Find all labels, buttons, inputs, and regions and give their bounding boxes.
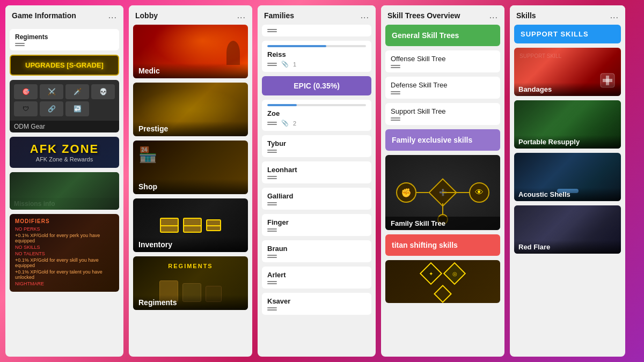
zoe-meta: 📎 2	[267, 120, 366, 127]
red-flare-card[interactable]: Red Flare	[514, 205, 621, 254]
titan-tree-card[interactable]: ✦ ◎	[385, 260, 500, 303]
lobby-prestige-card[interactable]: Prestige	[133, 83, 248, 136]
family-reiss-card[interactable]: Reiss 📎 1	[262, 41, 371, 72]
reiss-count: 1	[293, 61, 296, 68]
families-title: Families	[264, 11, 294, 20]
skill-trees-menu[interactable]: ...	[489, 11, 498, 20]
family-zoe-card[interactable]: Zoe 📎 2	[262, 100, 371, 131]
tybur-name: Tybur	[267, 139, 366, 147]
mod-no-skills: NO SKILLS	[15, 245, 114, 250]
braun-name: Braun	[267, 245, 366, 253]
family-tybur-card[interactable]: Tybur	[262, 135, 371, 157]
lobby-shop-card[interactable]: 🏪 Shop	[133, 141, 248, 194]
family-galliard-card[interactable]: Galliard	[262, 188, 371, 210]
ksaver-name: Ksaver	[267, 297, 366, 305]
family-braun-card[interactable]: Braun	[262, 240, 371, 262]
zoe-progress	[267, 104, 297, 106]
lobby-regiments-card[interactable]: REGIMENTS Regiments	[133, 256, 248, 310]
lobby-medic-card[interactable]: Medic	[133, 25, 248, 78]
skill-trees-header: Skill Trees Overview ...	[381, 5, 504, 25]
support-skill-tree-card[interactable]: Support Skill Tree	[385, 103, 500, 125]
odm-icon-speedometer: 🎯	[14, 84, 38, 99]
odm-icons-row1: 🎯 ⚔️ 🗡️ 💀	[14, 84, 115, 99]
defense-skill-tree-card[interactable]: Defense Skill Tree	[385, 77, 500, 99]
lobby-menu[interactable]: ...	[237, 11, 246, 20]
missions-card[interactable]: Missions info	[10, 172, 119, 210]
reiss-meta: 📎 1	[267, 61, 366, 68]
offense-skill-tree-card[interactable]: Offense Skill Tree	[385, 50, 500, 72]
bandages-label: Bandages	[514, 83, 621, 96]
odm-card[interactable]: 🎯 ⚔️ 🗡️ 💀 🛡 🔗 ↩️ ODM Gear	[10, 80, 119, 132]
general-skill-trees-card[interactable]: General Skill Trees	[385, 25, 500, 46]
inventory-label: Inventory	[133, 237, 248, 252]
game-info-content: 🛡 ✓ ✓ ✓ ✓ ✓ ✓ Battle P	[5, 25, 123, 357]
family-finger-card[interactable]: Finger	[262, 214, 371, 236]
families-header: Families ...	[258, 5, 376, 25]
lobby-column: Lobby ... Medic Prestige 🏪 Shop	[129, 5, 252, 357]
defense-lines	[391, 91, 495, 94]
support-skills-card[interactable]: SUPPORT SKILLS	[514, 25, 621, 43]
leonhart-lines	[267, 176, 366, 179]
odm-icon-skull: 💀	[91, 84, 115, 99]
family-ksaver-card[interactable]: Ksaver	[262, 293, 371, 315]
titan-shifting-label: titan shifting skills	[392, 241, 494, 249]
family-arlert-card[interactable]: Arlert	[262, 267, 371, 289]
lobby-inventory-card[interactable]: Inventory	[133, 198, 248, 252]
zoe-clip-icon: 📎	[281, 120, 289, 127]
shop-label: Shop	[133, 179, 248, 194]
afk-subtitle: AFK Zone & Rewards	[15, 156, 114, 162]
finger-lines	[267, 228, 366, 232]
titan-top-nodes: ✦ ◎	[421, 265, 465, 282]
portable-resupply-card[interactable]: Portable Resupply	[514, 100, 621, 149]
odm-icon-sword: 🗡️	[65, 84, 89, 99]
mod-xp-perk: +0.1% XP/Gold for every perk you have eq…	[15, 233, 114, 243]
afk-card[interactable]: AFK ZONE AFK Zone & Rewards	[10, 137, 119, 168]
epic-card[interactable]: EPIC (0.35%)	[262, 76, 371, 95]
odm-icon-shield: 🛡	[14, 101, 38, 116]
zoe-count: 2	[293, 120, 296, 127]
mod-xp-talent: +0.1% XP/Gold for every talent you have …	[15, 269, 114, 280]
red-flare-label: Red Flare	[514, 240, 621, 254]
grades-card[interactable]: UPGRADES [S-GRADE]	[10, 55, 119, 76]
offense-lines	[391, 65, 495, 68]
defense-skill-tree-name: Defense Skill Tree	[391, 81, 495, 89]
modifiers-title: MODIFIERS	[15, 218, 114, 224]
support-lines	[391, 117, 495, 121]
odm-icons-row2: 🛡 🔗 ↩️	[14, 101, 115, 116]
families-menu[interactable]: ...	[361, 11, 369, 20]
game-info-menu[interactable]: ...	[108, 11, 117, 20]
skill-trees-title: Skill Trees Overview	[387, 11, 460, 20]
mod-no-perks: NO PERKS	[15, 226, 114, 232]
fst-connector-right	[442, 192, 469, 193]
fst-node-right: 👁	[469, 182, 489, 203]
arlert-lines	[267, 281, 366, 284]
regiments-small-card[interactable]: Regiments	[10, 29, 119, 50]
portable-resupply-label: Portable Resupply	[514, 135, 621, 149]
general-skill-trees-label: General Skill Trees	[392, 31, 494, 40]
family-leonhart-card[interactable]: Leonhart	[262, 161, 371, 183]
odm-icon-empty	[91, 101, 115, 116]
support-skills-label: SUPPORT SKILLS	[521, 30, 614, 38]
afk-title: AFK ZONE	[15, 142, 114, 156]
leonhart-name: Leonhart	[267, 166, 366, 174]
reiss-clip-icon: 📎	[281, 61, 289, 68]
mod-xp-skill: +0.1% XP/Gold for every skill you have e…	[15, 257, 114, 268]
families-lines-icon	[267, 29, 366, 32]
crate-2	[183, 218, 202, 233]
skills-title: Skills	[516, 11, 536, 20]
acoustic-shells-card[interactable]: Acoustic Shells	[514, 153, 621, 201]
family-exclusive-skills-card[interactable]: Family exclusive skills	[385, 129, 500, 151]
family-skill-tree-card[interactable]: ✊ ➕ 👁 Family Skill Tree	[385, 155, 500, 230]
medic-label: Medic	[133, 63, 248, 78]
support-skill-tree-name: Support Skill Tree	[391, 107, 495, 115]
bandages-card[interactable]: SUPPORT SKILL Bandages	[514, 48, 621, 96]
odm-icon-hook: 🔗	[40, 101, 63, 116]
titan-shifting-card[interactable]: titan shifting skills	[385, 234, 500, 256]
modifiers-card[interactable]: MODIFIERS NO PERKS +0.1% XP/Gold for eve…	[10, 214, 119, 292]
odm-icon-axe: ⚔️	[40, 84, 63, 99]
skill-trees-content: General Skill Trees Offense Skill Tree D…	[381, 25, 504, 357]
family-exclusive-label: Family exclusive skills	[392, 136, 494, 144]
ksaver-lines	[267, 307, 366, 311]
skills-menu[interactable]: ...	[610, 11, 619, 20]
odm-icon-rotate: ↩️	[65, 101, 89, 116]
